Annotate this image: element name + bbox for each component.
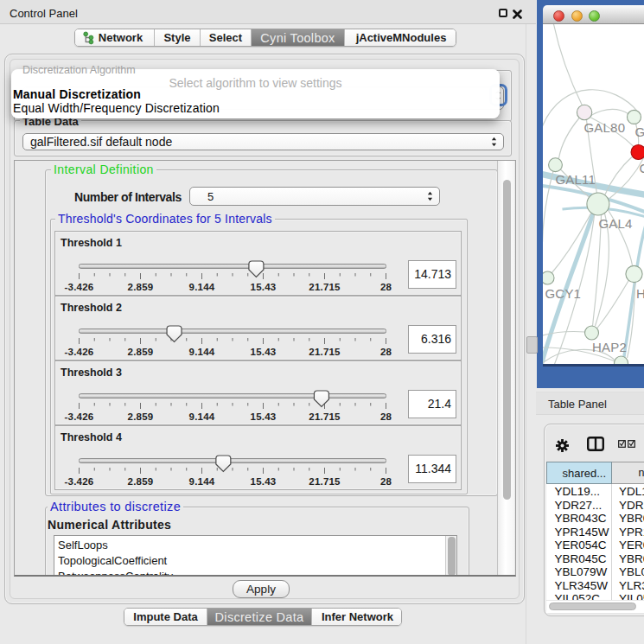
svg-text:28: 28 [380,476,392,487]
svg-text:21.715: 21.715 [309,347,341,357]
svg-text:28: 28 [380,411,392,422]
svg-text:9.144: 9.144 [189,476,215,487]
svg-text:15.43: 15.43 [251,282,277,292]
svg-text:15.43: 15.43 [251,476,277,487]
svg-text:GAL80: GAL80 [583,120,625,135]
svg-text:GAL11: GAL11 [555,172,596,187]
svg-text:-3.426: -3.426 [65,347,94,357]
svg-text:21.715: 21.715 [309,476,341,487]
svg-text:2.859: 2.859 [128,411,154,422]
svg-text:21.715: 21.715 [309,282,341,292]
svg-text:9.144: 9.144 [189,282,215,292]
svg-text:15.43: 15.43 [251,347,277,357]
svg-text:GA: GA [634,124,644,139]
svg-text:21.715: 21.715 [309,411,341,422]
svg-text:9.144: 9.144 [189,347,215,357]
svg-text:2.859: 2.859 [128,282,154,292]
svg-text:GCY1: GCY1 [545,286,581,301]
svg-text:9.144: 9.144 [189,411,215,422]
svg-text:28: 28 [380,282,392,292]
svg-text:2.859: 2.859 [128,347,154,357]
svg-text:-3.426: -3.426 [65,411,94,422]
svg-text:GAL4: GAL4 [598,216,632,231]
svg-text:2.859: 2.859 [128,476,154,487]
svg-text:H: H [636,286,644,301]
svg-text:15.43: 15.43 [251,411,277,422]
svg-text:C: C [639,161,644,175]
svg-text:28: 28 [380,347,392,357]
svg-text:HAP2: HAP2 [592,340,627,354]
svg-text:-3.426: -3.426 [65,476,94,487]
svg-text:-3.426: -3.426 [65,282,94,292]
